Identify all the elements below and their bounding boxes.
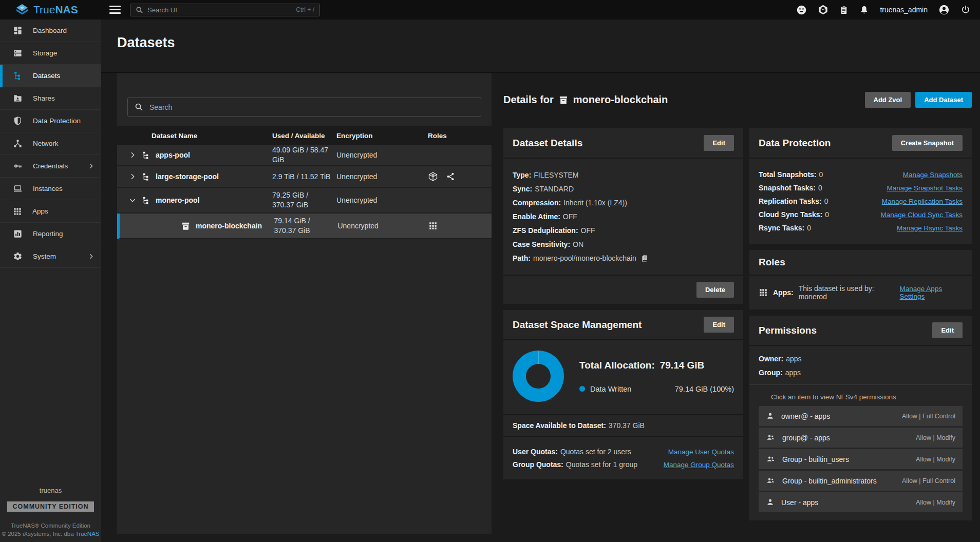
encryption-value: Unencrypted bbox=[336, 172, 428, 181]
truenas-link[interactable]: TrueNAS bbox=[76, 531, 100, 537]
avatar-icon[interactable] bbox=[938, 4, 950, 15]
acl-item-group-at[interactable]: group@ - apps Allow | Modify bbox=[759, 428, 963, 448]
sidebar-item-label: Storage bbox=[33, 49, 57, 57]
acl-item-user-apps[interactable]: User - apps Allow | Modify bbox=[759, 492, 963, 512]
sidebar-item-storage[interactable]: Storage bbox=[0, 42, 101, 65]
table-row[interactable]: apps-pool 49.09 GiB / 58.47 GiB Unencryp… bbox=[117, 145, 492, 166]
total-snapshots-row: Total Snapshots:0Manage Snapshots bbox=[759, 170, 963, 179]
sidebar-item-shares[interactable]: Shares bbox=[0, 87, 101, 110]
global-search[interactable]: Ctrl + / bbox=[130, 4, 320, 16]
copy-path-icon[interactable] bbox=[641, 254, 649, 262]
sidebar-item-datasets[interactable]: Datasets bbox=[0, 65, 101, 87]
collapse-chevron-down-icon[interactable] bbox=[128, 196, 137, 204]
manage-snapshots-link[interactable]: Manage Snapshots bbox=[903, 171, 963, 179]
notifications-icon[interactable] bbox=[859, 5, 869, 15]
acl-item-builtin-users[interactable]: Group - builtin_users Allow | Modify bbox=[759, 449, 963, 469]
person-icon bbox=[766, 498, 775, 507]
sidebar-item-data-protection[interactable]: Data Protection bbox=[0, 110, 101, 132]
encryption-value: Unencrypted bbox=[336, 196, 428, 204]
share-icon bbox=[446, 172, 455, 181]
sidebar-item-label: Data Protection bbox=[33, 117, 81, 125]
topbar-actions: truenas_admin bbox=[796, 4, 980, 15]
add-dataset-button[interactable]: Add Dataset bbox=[915, 92, 972, 108]
acl-item-builtin-administrators[interactable]: Group - builtin_administrators Allow | F… bbox=[759, 471, 963, 491]
field-dedup: ZFS Deduplication:OFF bbox=[513, 226, 734, 235]
dataset-tree-icon bbox=[142, 196, 150, 205]
table-row[interactable]: monero-pool 79.25 GiB /370.37 GiB Unencr… bbox=[117, 188, 492, 214]
search-icon bbox=[135, 103, 143, 111]
total-allocation: Total Allocation:79.14 GiB bbox=[579, 360, 734, 371]
table-header: Dataset Name Used / Available Encryption… bbox=[117, 126, 492, 145]
truenas-brand[interactable]: TrueNAS bbox=[0, 4, 101, 16]
feedback-icon[interactable] bbox=[796, 5, 807, 15]
expand-chevron-right-icon[interactable] bbox=[128, 151, 137, 159]
details-region: Details for monero-blockchain Add Zvol A… bbox=[503, 73, 972, 527]
user-quotas-row: User Quotas:Quotas set for 2 users Manag… bbox=[513, 448, 734, 456]
laptop-icon bbox=[13, 184, 23, 193]
sidebar-item-label: System bbox=[33, 253, 56, 260]
main-content: Dataset Name Used / Available Encryption… bbox=[101, 73, 980, 542]
username-label: truenas_admin bbox=[880, 6, 928, 14]
apps-grid-icon bbox=[13, 207, 22, 216]
table-row-selected[interactable]: monero-blockchain 79.14 GiB /370.37 GiB … bbox=[117, 214, 492, 239]
people-icon bbox=[766, 455, 776, 463]
footer-edition-line: TrueNAS® Community Edition bbox=[0, 522, 101, 529]
acl-item-owner[interactable]: owner@ - apps Allow | Full Control bbox=[759, 406, 963, 426]
manage-cloud-sync-tasks-link[interactable]: Manage Cloud Sync Tasks bbox=[880, 211, 963, 219]
power-icon[interactable] bbox=[960, 5, 971, 15]
global-search-input[interactable] bbox=[147, 6, 292, 14]
copyright-text: © 2025 iXsystems, Inc. dba bbox=[2, 531, 73, 537]
manage-group-quotas-link[interactable]: Manage Group Quotas bbox=[664, 461, 734, 469]
delete-dataset-button[interactable]: Delete bbox=[696, 282, 734, 298]
storage-icon bbox=[13, 48, 23, 58]
manage-replication-tasks-link[interactable]: Manage Replication Tasks bbox=[882, 198, 963, 205]
used-available: 49.09 GiB / 58.47 GiB bbox=[272, 145, 336, 165]
manage-rsync-tasks-link[interactable]: Manage Rsync Tasks bbox=[897, 224, 963, 232]
field-type: Type:FILESYSTEM bbox=[513, 171, 734, 179]
expand-chevron-right-icon[interactable] bbox=[128, 172, 137, 181]
menu-toggle-icon[interactable] bbox=[109, 6, 121, 14]
sidebar-item-system[interactable]: System bbox=[0, 245, 101, 268]
col-roles: Roles bbox=[428, 132, 492, 140]
shield-icon bbox=[13, 116, 23, 126]
jobs-icon[interactable] bbox=[839, 5, 849, 15]
sidebar-item-label: Apps bbox=[32, 207, 48, 215]
ix-emblem-icon[interactable] bbox=[818, 4, 828, 15]
dataset-search[interactable] bbox=[127, 98, 481, 117]
sidebar-item-label: Datasets bbox=[33, 72, 60, 80]
replication-tasks-row: Replication Tasks:0Manage Replication Ta… bbox=[759, 197, 963, 205]
field-case-sensitivity: Case Sensitivity:ON bbox=[513, 240, 734, 248]
space-available: Space Available to Dataset:370.37 GiB bbox=[513, 421, 734, 430]
dataset-tree-panel: Dataset Name Used / Available Encryption… bbox=[117, 73, 492, 534]
sidebar-item-apps[interactable]: Apps bbox=[0, 200, 101, 223]
edit-permissions-button[interactable]: Edit bbox=[932, 322, 963, 338]
field-sync: Sync:STANDARD bbox=[513, 185, 734, 193]
manage-snapshot-tasks-link[interactable]: Manage Snapshot Tasks bbox=[887, 184, 963, 192]
chart-icon bbox=[13, 229, 23, 239]
encryption-value: Unencrypted bbox=[336, 151, 428, 159]
add-zvol-button[interactable]: Add Zvol bbox=[865, 92, 911, 108]
sidebar-item-instances[interactable]: Instances bbox=[0, 178, 101, 200]
sidebar-item-network[interactable]: Network bbox=[0, 132, 101, 155]
dataset-details-card: Dataset Details Edit Type:FILESYSTEM Syn… bbox=[503, 128, 743, 304]
chevron-right-icon bbox=[88, 253, 95, 260]
dashboard-icon bbox=[13, 26, 23, 35]
manage-user-quotas-link[interactable]: Manage User Quotas bbox=[668, 448, 734, 456]
topbar: TrueNAS Ctrl + / truenas_admin bbox=[0, 0, 980, 20]
apps-box-icon bbox=[428, 171, 438, 182]
dataset-name: monero-pool bbox=[156, 196, 200, 204]
edit-dataset-details-button[interactable]: Edit bbox=[704, 135, 734, 151]
sidebar-item-reporting[interactable]: Reporting bbox=[0, 223, 101, 245]
divider bbox=[579, 378, 734, 378]
sidebar-item-credentials[interactable]: Credentials bbox=[0, 155, 101, 178]
table-row[interactable]: large-storage-pool 2.9 TiB / 11.52 TiB U… bbox=[117, 166, 492, 188]
create-snapshot-button[interactable]: Create Snapshot bbox=[892, 135, 963, 151]
card-title: Dataset Details bbox=[513, 138, 582, 149]
manage-apps-settings-link[interactable]: Manage Apps Settings bbox=[900, 285, 963, 300]
sidebar-item-label: Reporting bbox=[33, 230, 63, 238]
sidebar-item-dashboard[interactable]: Dashboard bbox=[0, 20, 101, 42]
dataset-search-input[interactable] bbox=[149, 103, 474, 111]
edition-badge: COMMUNITY EDITION bbox=[7, 501, 93, 512]
sidebar-item-label: Dashboard bbox=[33, 27, 67, 34]
edit-space-button[interactable]: Edit bbox=[704, 317, 734, 333]
